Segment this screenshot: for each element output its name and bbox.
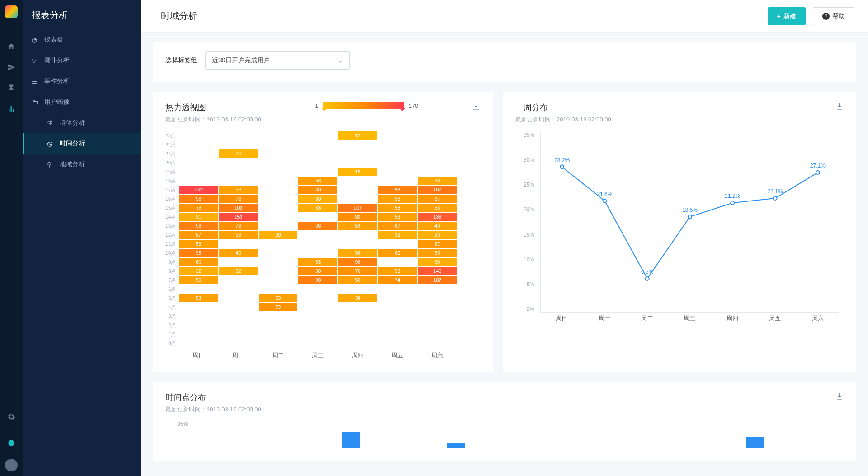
heatmap-cell: 78 (218, 194, 258, 203)
heatmap-cell (338, 149, 377, 158)
heatmap-cell (338, 239, 377, 248)
heatmap-cell (218, 140, 258, 149)
heatmap-cell (338, 339, 377, 348)
heatmap-cell (218, 275, 258, 285)
line-point-label: 18.5% (682, 207, 698, 213)
rail-home-icon[interactable] (0, 36, 23, 57)
heatmap-subtitle: 最新更新时间：2019-03-16 02:00:00 (165, 116, 261, 124)
filter-card: 选择标签组 近30日开户完成用户 ⌄ (153, 42, 856, 82)
heatmap-cell: 67 (179, 230, 218, 239)
heatmap-cell (218, 257, 258, 266)
heatmap-cell (417, 167, 457, 176)
sidebar-subitem-geo[interactable]: ⚲地域分析 (23, 154, 141, 175)
help-icon: ? (822, 13, 830, 20)
heatmap-cell (258, 221, 298, 230)
heatmap-cell (258, 321, 298, 330)
sidebar-item-label: 时间分析 (60, 140, 85, 148)
heatmap-cell: 12 (338, 131, 377, 140)
new-button[interactable]: +新建 (768, 7, 806, 25)
download-icon[interactable] (835, 102, 844, 112)
rail-avatar[interactable] (5, 459, 18, 471)
rail-chart-icon[interactable] (0, 98, 23, 119)
heatmap-cell (298, 303, 338, 312)
heatmap-cell (179, 339, 218, 348)
heatmap-cell: 78 (218, 221, 258, 230)
heatmap-cell: 53 (298, 257, 338, 266)
heatmap-cell (218, 294, 258, 303)
timepoint-title: 时间点分布 (165, 392, 261, 403)
sidebar-item-event[interactable]: ☰事件分析 (23, 71, 141, 92)
heatmap-cell: 53 (377, 266, 417, 275)
heatmap-cell: 80 (338, 212, 377, 221)
heatmap-cell: 98 (179, 221, 218, 230)
download-icon[interactable] (472, 102, 480, 112)
topbar: 时域分析 +新建 ?帮助 (141, 0, 868, 33)
line-point-label: 22.1% (768, 188, 783, 195)
heatmap-cell: 76 (338, 266, 377, 275)
sidebar-subitem-time[interactable]: ◷时间分析 (23, 133, 141, 154)
download-icon[interactable] (835, 392, 844, 402)
sidebar-item-funnel[interactable]: ▽漏斗分析 (23, 50, 141, 71)
heatmap-cell: 80 (298, 266, 338, 275)
line-point-label: 6.5% (641, 268, 653, 275)
heatmap-cell (218, 158, 258, 167)
heatmap-cell: 53 (417, 203, 457, 212)
tag-group-select[interactable]: 近30日开户完成用户 ⌄ (205, 51, 350, 70)
heatmap-cell (377, 294, 417, 303)
heatmap-cell: 153 (218, 212, 258, 221)
rail-send-icon[interactable] (0, 57, 23, 78)
sidebar-item-persona[interactable]: 🗀用户画像 (23, 92, 141, 112)
help-button[interactable]: ?帮助 (813, 7, 854, 25)
heatmap-cell: 20 (218, 149, 258, 158)
heatmap-cell (179, 158, 218, 167)
heatmap-cell (377, 321, 417, 330)
heatmap-cell (377, 312, 417, 321)
heatmap-cell (338, 185, 377, 194)
svg-point-2 (11, 443, 12, 443)
heatmap-cell: 67 (417, 194, 457, 203)
heatmap-cell (417, 312, 457, 321)
heatmap-cell (298, 339, 338, 348)
heatmap-cell (417, 294, 457, 303)
heatmap-cell (179, 330, 218, 339)
heatmap-cell: 74 (377, 275, 417, 285)
heatmap-cell (338, 312, 377, 321)
sidebar: 报表分析 ◔仪表盘 ▽漏斗分析 ☰事件分析 🗀用户画像 ⚗群体分析 ◷时间分析 … (23, 0, 141, 476)
heatmap-cell: 58 (298, 176, 338, 185)
sidebar-item-label: 仪表盘 (44, 36, 63, 44)
heatmap-cell (298, 230, 338, 239)
sidebar-item-dashboard[interactable]: ◔仪表盘 (23, 29, 141, 50)
filter-label: 选择标签组 (165, 56, 197, 65)
heatmap-cell: 140 (417, 266, 457, 275)
heatmap-cell (218, 239, 258, 248)
heatmap-cell (179, 167, 218, 176)
heatmap-cell (377, 239, 417, 248)
svg-point-5 (603, 199, 606, 203)
heatmap-cell (179, 303, 218, 312)
chevron-down-icon: ⌄ (338, 57, 343, 64)
heatmap-cell (258, 212, 298, 221)
heatmap-cell: 55 (417, 248, 457, 257)
heatmap-cell (338, 140, 377, 149)
heatmap-cell: 107 (417, 275, 457, 285)
heatmap-cell (377, 140, 417, 149)
heatmap-cell (298, 167, 338, 176)
rail-hourglass-icon[interactable] (0, 78, 23, 98)
funnel-icon: ▽ (32, 57, 39, 64)
heatmap-cell (298, 285, 338, 294)
rail-chat-icon[interactable] (0, 433, 23, 453)
heatmap-cell (179, 312, 218, 321)
heatmap-y-labels: 23点22点21点20点19点18点17点16点15点14点13点12点11点1… (165, 131, 179, 359)
heatmap-cell (338, 285, 377, 294)
sidebar-subitem-group[interactable]: ⚗群体分析 (23, 112, 141, 133)
sidebar-title: 报表分析 (23, 9, 141, 29)
heatmap-cell (377, 257, 417, 266)
rail-settings-icon[interactable] (0, 406, 23, 427)
heatmap-cell (258, 266, 298, 275)
week-dist-title: 一周分布 (515, 102, 611, 113)
heatmap-cell (377, 131, 417, 140)
week-dist-card: 一周分布 最新更新时间：2019-03-16 02:00:00 35%30%25… (503, 92, 856, 372)
heatmap-cell: 80 (298, 185, 338, 194)
heatmap-cell: 73 (258, 303, 298, 312)
heatmap-cell (338, 330, 377, 339)
